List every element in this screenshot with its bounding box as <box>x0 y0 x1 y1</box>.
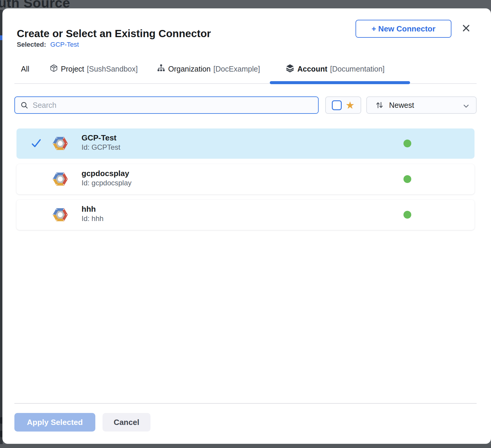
connector-row-gcp-test[interactable]: GCP-Test Id: GCPTest <box>16 128 475 159</box>
org-chart-icon <box>157 64 165 74</box>
modal-title: Create or Select an Existing Connector <box>17 28 211 40</box>
connector-id: Id: hhh <box>82 214 103 223</box>
close-icon <box>462 24 471 34</box>
sort-arrows-icon <box>375 100 384 110</box>
tab-all[interactable]: All <box>21 63 29 75</box>
connector-info: hhh Id: hhh <box>82 205 103 223</box>
connector-name: GCP-Test <box>82 133 120 143</box>
background-bottom-strip <box>0 444 491 448</box>
connector-selection-modal: Create or Select an Existing Connector +… <box>2 8 491 444</box>
apply-selected-button[interactable]: Apply Selected <box>14 413 95 432</box>
tab-scope: [DocExample] <box>213 65 260 73</box>
connector-name: hhh <box>82 205 103 214</box>
cube-icon <box>49 64 58 74</box>
tab-project[interactable]: Project [SushSandbox] <box>49 63 138 75</box>
connector-id: Id: gcpdocsplay <box>82 179 132 187</box>
selected-connector-line: Selected: GCP-Test <box>17 41 79 49</box>
search-box <box>14 96 319 114</box>
tab-label: All <box>21 65 29 73</box>
status-dot <box>403 175 411 183</box>
tab-label: Account <box>297 65 327 73</box>
layers-icon <box>285 63 295 75</box>
footer-divider <box>14 403 477 404</box>
tab-scope: [Documentation] <box>330 65 385 73</box>
sort-selected-value: Newest <box>389 101 414 110</box>
search-input[interactable] <box>33 97 318 113</box>
sort-dropdown[interactable]: Newest <box>366 96 477 114</box>
status-dot <box>403 211 411 219</box>
cancel-button[interactable]: Cancel <box>103 413 150 432</box>
gcp-logo-icon <box>51 134 70 154</box>
connector-info: gcpdocsplay Id: gcpdocsplay <box>82 169 132 187</box>
tab-label: Project <box>61 65 84 73</box>
chevron-down-icon <box>462 102 470 111</box>
connector-info: GCP-Test Id: GCPTest <box>82 133 120 152</box>
checkmark-icon <box>31 138 42 149</box>
close-button[interactable] <box>459 22 473 35</box>
tab-organization[interactable]: Organization [DocExample] <box>157 63 260 75</box>
new-connector-button[interactable]: + New Connector <box>356 20 451 38</box>
gcp-logo-icon <box>51 206 70 225</box>
selected-label: Selected: <box>17 41 46 49</box>
favorites-checkbox[interactable] <box>332 100 342 110</box>
favorites-filter: ★ <box>325 96 361 114</box>
search-icon <box>20 101 28 109</box>
tab-label: Organization <box>168 65 211 73</box>
selected-connector-link[interactable]: GCP-Test <box>50 41 79 49</box>
connector-row-gcpdocsplay[interactable]: gcpdocsplay Id: gcpdocsplay <box>16 164 475 194</box>
connector-id: Id: GCPTest <box>82 143 120 152</box>
status-dot <box>403 140 411 147</box>
tab-account[interactable]: Account [Documentation] <box>285 63 385 75</box>
connector-row-hhh[interactable]: hhh Id: hhh <box>16 200 475 230</box>
gcp-logo-icon <box>51 170 70 189</box>
connector-name: gcpdocsplay <box>82 169 132 178</box>
tab-scope: [SushSandbox] <box>87 65 138 73</box>
active-tab-indicator <box>270 81 410 84</box>
star-icon: ★ <box>346 100 355 110</box>
